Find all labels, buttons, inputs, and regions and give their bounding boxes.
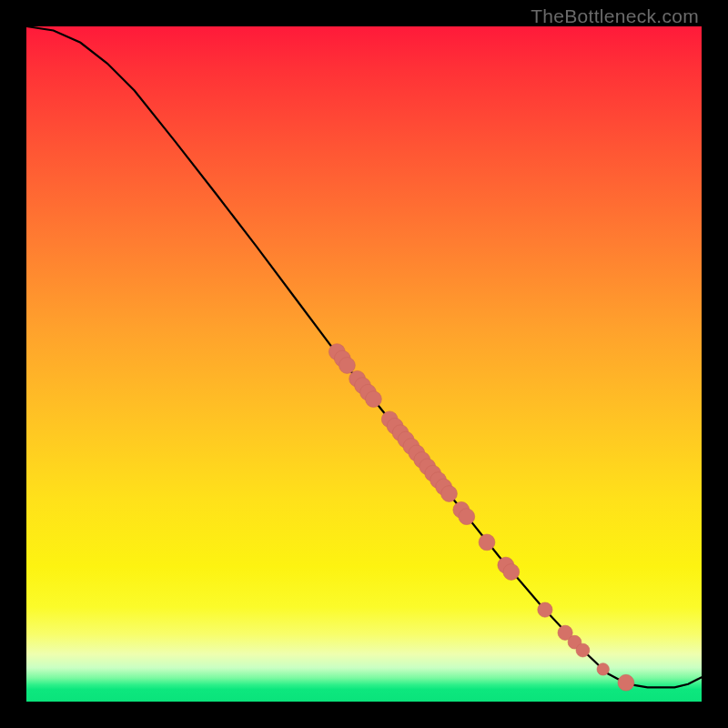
data-marker — [503, 564, 520, 581]
data-marker — [459, 509, 475, 525]
data-markers — [329, 344, 633, 691]
plot-area — [26, 26, 702, 702]
watermark-text: TheBottleneck.com — [531, 5, 699, 27]
data-marker — [576, 643, 590, 657]
data-marker — [441, 486, 458, 502]
chart-frame: TheBottleneck.com — [0, 0, 728, 728]
data-marker — [618, 674, 634, 691]
chart-svg — [26, 26, 702, 702]
data-marker — [366, 391, 382, 408]
data-marker — [339, 358, 356, 374]
bottleneck-curve — [26, 26, 702, 687]
data-marker — [597, 663, 609, 675]
data-marker — [479, 534, 495, 551]
data-marker — [538, 602, 552, 617]
